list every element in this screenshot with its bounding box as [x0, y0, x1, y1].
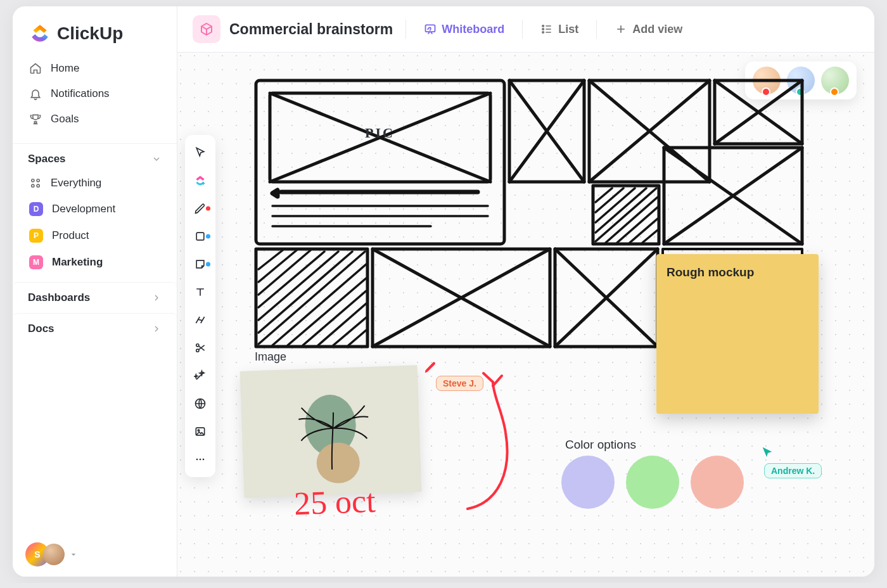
- brand-name: ClickUp: [57, 23, 123, 44]
- collaborator-name: Steve J.: [436, 376, 483, 391]
- more-icon: [194, 453, 207, 466]
- color-swatch[interactable]: [691, 456, 744, 509]
- svg-rect-18: [256, 80, 504, 244]
- board-icon: [193, 15, 220, 43]
- space-label: Development: [52, 203, 115, 215]
- nav-label: Home: [51, 62, 79, 75]
- clickup-task-tool[interactable]: +: [188, 168, 213, 193]
- web-embed-tool[interactable]: [188, 391, 213, 416]
- svg-point-16: [200, 459, 201, 461]
- square-icon: [194, 230, 207, 243]
- space-marketing[interactable]: M Marketing: [22, 249, 168, 276]
- color-swatches: [561, 456, 744, 509]
- view-tab-list[interactable]: List: [535, 19, 584, 40]
- view-tab-whiteboard[interactable]: Whiteboard: [419, 19, 509, 40]
- image-icon: [194, 425, 207, 438]
- plant-illustration-icon: [240, 365, 422, 498]
- collaborator-cursor-steve: Steve J.: [436, 376, 483, 391]
- space-development[interactable]: D Development: [22, 196, 168, 222]
- svg-point-10: [196, 344, 199, 347]
- spaces-header-label: Spaces: [28, 153, 66, 165]
- chevron-down-icon: [151, 154, 162, 164]
- scissors-tool[interactable]: [188, 335, 213, 361]
- collaborator-cursor-andrew: Andrew K.: [764, 463, 822, 478]
- space-chip: D: [29, 202, 43, 216]
- cursor-icon: [194, 146, 207, 159]
- chevron-right-icon: [151, 293, 162, 303]
- top-bar: Commercial brainstorm Whiteboard List Ad…: [177, 6, 874, 53]
- brand-logo[interactable]: ClickUp: [13, 6, 177, 53]
- color-swatch[interactable]: [626, 456, 679, 509]
- connector-tool[interactable]: [188, 307, 213, 333]
- space-label: Everything: [51, 177, 101, 189]
- image-tool[interactable]: [188, 419, 213, 444]
- cube-icon: [199, 22, 214, 37]
- user-menu[interactable]: S: [13, 532, 177, 577]
- nav-label: Goals: [51, 113, 79, 125]
- clickup-mini-icon: +: [194, 174, 207, 187]
- select-tool[interactable]: [188, 140, 213, 165]
- svg-text:+: +: [202, 181, 205, 187]
- sidebar-item-goals[interactable]: Goals: [22, 106, 168, 132]
- whiteboard-toolbar: +: [185, 135, 215, 477]
- svg-point-6: [542, 29, 544, 30]
- spaces-header[interactable]: Spaces: [13, 143, 177, 170]
- space-label: Marketing: [52, 256, 103, 269]
- sparkle-icon: [194, 369, 207, 382]
- color-swatch[interactable]: [561, 456, 615, 509]
- add-view-label: Add view: [632, 23, 682, 36]
- collaborator-cursor-icon: [423, 361, 437, 374]
- color-options-label: Color options: [565, 438, 636, 452]
- clickup-logo-icon: [29, 23, 51, 44]
- space-product[interactable]: P Product: [22, 222, 168, 249]
- image-object-label: Image: [255, 350, 286, 364]
- home-icon: [29, 62, 42, 75]
- connector-icon: [194, 314, 207, 326]
- chevron-right-icon: [151, 324, 162, 334]
- svg-point-1: [37, 179, 39, 182]
- whiteboard-canvas[interactable]: +: [177, 53, 874, 577]
- svg-rect-4: [426, 25, 435, 32]
- spaces-list: Everything D Development P Product M Mar…: [13, 170, 177, 282]
- svg-point-2: [32, 184, 34, 187]
- grid-dots-icon: [29, 177, 42, 189]
- sidebar-item-notifications[interactable]: Notifications: [22, 81, 168, 106]
- sticky-tool[interactable]: [188, 252, 213, 277]
- magic-tool[interactable]: [188, 363, 213, 388]
- board-title[interactable]: Commercial brainstorm: [229, 21, 393, 38]
- svg-point-11: [196, 349, 199, 352]
- hand-drawn-arrow[interactable]: [449, 369, 525, 515]
- collaborator-avatar[interactable]: [821, 67, 849, 94]
- sidebar-section-dashboards[interactable]: Dashboards: [13, 282, 177, 313]
- globe-icon: [194, 397, 207, 410]
- space-everything[interactable]: Everything: [22, 170, 168, 196]
- text-icon: [194, 286, 207, 298]
- space-label: Product: [52, 229, 89, 242]
- sticky-note-text: Rough mockup: [667, 265, 754, 279]
- shape-tool[interactable]: [188, 224, 213, 249]
- list-icon: [540, 23, 553, 35]
- add-view-button[interactable]: Add view: [609, 19, 687, 40]
- main-area: Commercial brainstorm Whiteboard List Ad…: [177, 6, 874, 577]
- image-card[interactable]: [240, 365, 422, 498]
- pen-tool[interactable]: [188, 196, 213, 221]
- trophy-icon: [29, 113, 42, 125]
- divider: [405, 20, 406, 39]
- space-chip: P: [29, 229, 43, 243]
- handwritten-date[interactable]: 25 oct: [293, 482, 376, 522]
- caret-down-icon: [68, 549, 79, 559]
- sticky-note[interactable]: Rough mockup: [656, 254, 819, 414]
- app-window: ClickUp Home Notifications Goals Spaces: [13, 6, 874, 577]
- more-tools[interactable]: [188, 447, 213, 472]
- sidebar-section-docs[interactable]: Docs: [13, 313, 177, 344]
- user-avatar-photo: [43, 544, 65, 565]
- sketch-pic-label: PIC: [365, 125, 395, 141]
- sidebar-item-home[interactable]: Home: [22, 56, 168, 81]
- sticky-note-icon: [194, 258, 207, 271]
- svg-rect-9: [196, 233, 204, 240]
- collaborator-cursor-icon: [760, 445, 774, 459]
- text-tool[interactable]: [188, 279, 213, 305]
- svg-point-7: [542, 32, 544, 34]
- pen-icon: [194, 202, 207, 215]
- scissors-icon: [194, 342, 207, 354]
